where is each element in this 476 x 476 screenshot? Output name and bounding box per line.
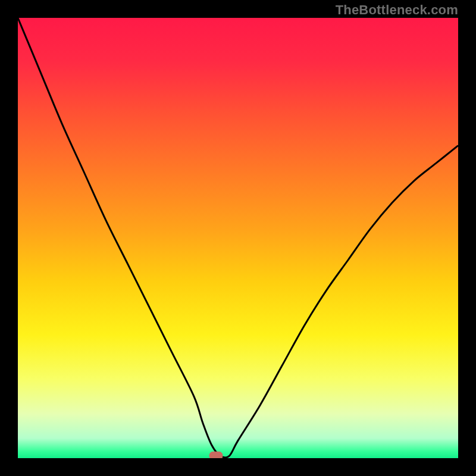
plot-area: [18, 18, 458, 458]
chart-svg: [18, 18, 458, 458]
gradient-background: [18, 18, 458, 458]
watermark-text: TheBottleneck.com: [336, 2, 458, 18]
optimal-marker: [209, 452, 223, 458]
chart-frame: TheBottleneck.com: [0, 0, 476, 476]
